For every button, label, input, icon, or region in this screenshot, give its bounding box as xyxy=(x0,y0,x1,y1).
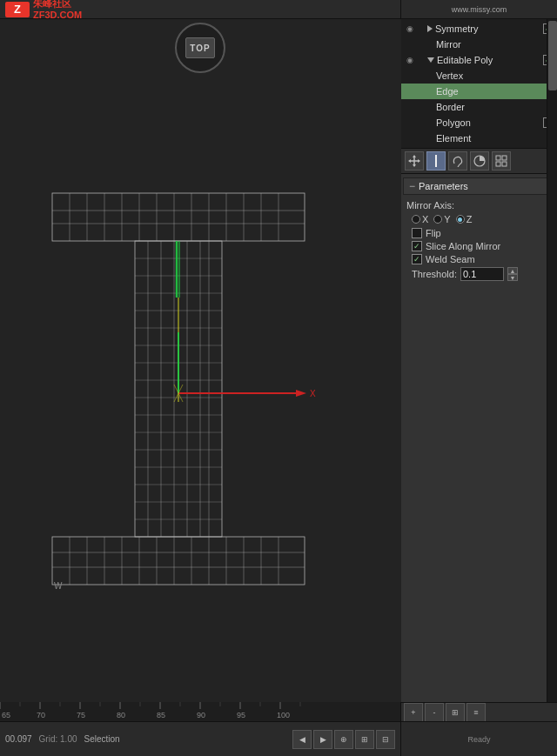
logo-bar: Z 朱峰社区 ZF3D.COM xyxy=(0,0,400,19)
svg-rect-73 xyxy=(502,156,507,160)
svg-text:X: X xyxy=(310,389,316,398)
axis-radio-group: X Y Z xyxy=(406,214,552,224)
bottom-ruler: 65 70 75 80 85 90 95 100 xyxy=(0,702,400,721)
expand-editable[interactable] xyxy=(427,57,434,63)
border-label: Border xyxy=(436,102,554,112)
radio-circle-x[interactable] xyxy=(412,215,420,224)
tool-move[interactable] xyxy=(405,151,424,171)
status-tool-4[interactable]: ⊞ xyxy=(355,730,374,749)
mirror-axis-label: Mirror Axis: xyxy=(406,200,552,211)
panel-tool-3[interactable]: ⊞ xyxy=(446,703,465,722)
slice-row: Slice Along Mirror xyxy=(406,241,552,251)
options-icon xyxy=(495,155,507,167)
modifier-mirror[interactable]: ◉ Mirror xyxy=(401,37,557,52)
params-panel: Mirror Axis: X Y Z Flip xyxy=(401,197,557,287)
slice-checkbox[interactable] xyxy=(412,241,422,251)
svg-rect-69 xyxy=(435,155,437,167)
tool-lasso[interactable] xyxy=(448,151,467,171)
radio-y[interactable]: Y xyxy=(433,214,450,224)
svg-text:85: 85 xyxy=(157,711,165,719)
flip-checkbox[interactable] xyxy=(412,228,422,238)
modifier-polygon[interactable]: ◉ Polygon xyxy=(401,115,557,130)
svg-text:70: 70 xyxy=(37,711,45,719)
move-icon xyxy=(408,155,420,167)
edge-label: Edge xyxy=(436,86,554,97)
status-tool-2[interactable]: ▶ xyxy=(313,730,332,749)
weld-checkbox[interactable] xyxy=(412,254,422,264)
flip-row: Flip xyxy=(406,228,552,238)
svg-text:W: W xyxy=(54,581,63,591)
params-title: Parameters xyxy=(419,181,468,191)
right-panel: ◉ Symmetry ◉ Mirror ◉ Editable Poly ◉ Ve… xyxy=(400,19,557,756)
vertex-label: Vertex xyxy=(436,70,554,81)
threshold-up[interactable]: ▲ xyxy=(507,267,518,274)
radio-circle-y[interactable] xyxy=(433,215,442,224)
status-tool-5[interactable]: ⊟ xyxy=(376,730,395,749)
radio-y-label: Y xyxy=(444,214,450,224)
panel-header: www.missy.com xyxy=(400,0,557,19)
tool-options[interactable] xyxy=(492,151,511,171)
eye-icon-symmetry: ◉ xyxy=(405,23,415,34)
svg-rect-74 xyxy=(496,162,500,166)
mirror-label: Mirror xyxy=(436,39,554,50)
slice-label: Slice Along Mirror xyxy=(426,241,500,251)
modifier-element[interactable]: ◉ Element xyxy=(401,130,557,146)
editable-poly-label: Editable Poly xyxy=(437,55,541,65)
radio-x-label: X xyxy=(422,214,428,224)
svg-text:95: 95 xyxy=(237,711,245,719)
status-bar: 00.097 Grid: 1.00 Selection ◀ ▶ ⊕ ⊞ ⊟ xyxy=(0,721,400,756)
svg-text:90: 90 xyxy=(197,711,205,719)
radio-z[interactable]: Z xyxy=(456,214,473,224)
threshold-row: Threshold: ▲ ▼ xyxy=(406,267,552,281)
logo-text: 朱峰社区 ZF3D.COM xyxy=(33,0,82,20)
modifier-editable-poly[interactable]: ◉ Editable Poly xyxy=(401,52,557,68)
threshold-down[interactable]: ▼ xyxy=(507,274,518,281)
radio-x[interactable]: X xyxy=(412,214,428,224)
modifier-border[interactable]: ◉ Border xyxy=(401,99,557,115)
select-icon xyxy=(432,155,440,167)
status-coords: 00.097 xyxy=(5,734,32,744)
svg-rect-0 xyxy=(52,193,305,241)
svg-rect-72 xyxy=(496,156,500,160)
element-label: Element xyxy=(436,133,554,144)
svg-text:75: 75 xyxy=(77,711,85,719)
modifier-scrollbar[interactable] xyxy=(547,19,557,756)
panel-tool-4[interactable]: ≡ xyxy=(466,703,486,722)
params-header[interactable]: − Parameters xyxy=(403,177,555,195)
status-tool-1[interactable]: ◀ xyxy=(292,730,312,749)
modifier-vertex[interactable]: ◉ Vertex xyxy=(401,68,557,84)
logo-icon: Z xyxy=(5,2,30,17)
modifier-symmetry[interactable]: ◉ Symmetry xyxy=(401,21,557,37)
svg-text:80: 80 xyxy=(117,711,125,719)
weld-row: Weld Seam xyxy=(406,254,552,264)
viewport[interactable]: TOP xyxy=(0,19,400,715)
scrollbar-thumb[interactable] xyxy=(548,21,557,90)
lasso-icon xyxy=(452,155,464,167)
flip-label: Flip xyxy=(426,228,441,238)
status-right: Ready xyxy=(400,721,557,756)
modifier-edge[interactable]: ◉ Edge xyxy=(401,84,557,99)
expand-symmetry[interactable] xyxy=(427,25,433,32)
params-collapse-icon: − xyxy=(409,180,415,192)
status-mode: Selection xyxy=(84,734,120,744)
panel-url: www.missy.com xyxy=(452,5,507,14)
svg-marker-65 xyxy=(413,155,416,157)
radio-z-label: Z xyxy=(466,214,473,224)
ruler-svg: 65 70 75 80 85 90 95 100 xyxy=(0,702,400,721)
panel-tool-1[interactable]: + xyxy=(404,703,423,722)
tool-paint[interactable] xyxy=(470,151,489,171)
weld-label: Weld Seam xyxy=(426,254,475,264)
panel-tool-2[interactable]: - xyxy=(425,703,444,722)
radio-circle-z[interactable] xyxy=(456,215,465,224)
tool-select[interactable] xyxy=(426,151,446,171)
polygon-label: Polygon xyxy=(436,117,541,128)
toolbar-row xyxy=(401,149,557,174)
svg-rect-39 xyxy=(52,537,305,585)
threshold-label: Threshold: xyxy=(412,269,457,279)
status-tool-3[interactable]: ⊕ xyxy=(334,730,353,749)
svg-text:65: 65 xyxy=(2,711,10,719)
threshold-input[interactable] xyxy=(460,267,504,281)
svg-marker-66 xyxy=(413,164,416,167)
svg-marker-67 xyxy=(408,159,411,163)
paint-icon xyxy=(473,155,486,167)
